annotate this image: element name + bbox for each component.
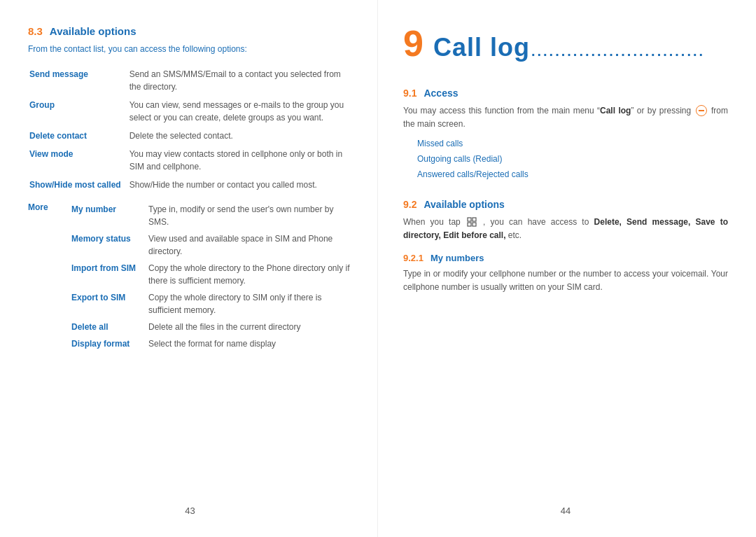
option-desc: You may view contacts stored in cellphon… [128,145,352,176]
option-label: Group [28,96,128,127]
section-9-2-body: When you tap , you can have access to De… [403,216,728,242]
section-8-3-number: 8.3 [28,25,43,37]
section-9-2-1-number: 9.2.1 [403,253,424,263]
section-9-1-header: 9.1 Access [403,88,728,99]
section-8-3-title: Available options [50,25,136,37]
option-label: View mode [28,145,128,176]
table-row: Show/Hide most calledShow/Hide the numbe… [28,176,352,194]
chapter-9-title: Call log............................. [433,33,705,62]
options-table: Send messageSend an SMS/MMS/Email to a c… [28,65,352,194]
section-9-1-title: Access [424,88,458,99]
sub-option-desc: Copy the whole directory to the Phone di… [147,260,352,289]
page-container: 8.3 Available options From the contact l… [0,0,756,537]
svg-rect-0 [468,218,471,221]
sub-option-label: Memory status [70,230,147,260]
section-9-2-header: 9.2 Available options [403,199,728,210]
sub-option-label: Display format [70,335,147,352]
right-page-number: 44 [403,498,728,516]
more-row: More My numberType in, modify or send th… [28,200,352,352]
table-row: Send messageSend an SMS/MMS/Email to a c… [28,65,352,96]
chapter-9-number: 9 [403,25,424,62]
more-label: More [28,200,70,212]
section-9-1-body: You may access this function from the ma… [403,104,728,131]
section-9-2-title: Available options [424,199,504,210]
section-9-2-number: 9.2 [403,199,416,210]
list-item: Missed calls [417,137,728,152]
section-9-2-1-body: Type in or modify your cellphone number … [403,267,728,294]
table-row: GroupYou can view, send messages or e-ma… [28,96,352,127]
sub-option-desc: Delete all the files in the current dire… [147,319,352,335]
option-desc: Show/Hide the number or contact you call… [128,176,352,194]
sub-option-desc: View used and available space in SIM and… [147,230,352,260]
sub-options-table: My numberType in, modify or send the use… [70,201,352,352]
list-item: Outgoing calls (Redial) [417,152,728,167]
table-row: My numberType in, modify or send the use… [70,201,352,230]
left-page: 8.3 Available options From the contact l… [0,0,378,537]
intro-text: From the contact list, you can access th… [28,43,352,55]
table-row: Export to SIMCopy the whole directory to… [70,289,352,319]
sub-option-desc: Copy the whole directory to SIM only if … [147,289,352,319]
sub-option-label: Delete all [70,319,147,335]
option-label: Show/Hide most called [28,176,128,194]
sub-option-desc: Type in, modify or send the user's own n… [147,201,352,230]
table-row: Memory statusView used and available spa… [70,230,352,260]
svg-rect-2 [468,223,471,226]
list-item: Answered calls/Rejected calls [417,167,728,183]
minus-button-icon [696,105,707,116]
table-row: View modeYou may view contacts stored in… [28,145,352,176]
sub-option-desc: Select the format for name display [147,335,352,352]
sub-option-label: My number [70,201,147,230]
option-desc: Send an SMS/MMS/Email to a contact you s… [128,65,352,96]
section-8-3-header: 8.3 Available options [28,25,352,37]
sub-option-label: Import from SIM [70,260,147,289]
svg-rect-3 [472,223,476,226]
grid-icon [467,217,477,227]
table-row: Delete allDelete all the files in the cu… [70,319,352,335]
left-page-number: 43 [28,498,352,516]
option-desc: Delete the selected contact. [128,127,352,145]
right-page: 9 Call log............................. … [378,0,756,537]
access-bullet-list: Missed callsOutgoing calls (Redial)Answe… [417,137,728,182]
sub-option-label: Export to SIM [70,289,147,319]
option-desc: You can view, send messages or e-mails t… [128,96,352,127]
table-row: Display formatSelect the format for name… [70,335,352,352]
option-label: Delete contact [28,127,128,145]
option-label: Send message [28,65,128,96]
svg-rect-1 [472,218,476,221]
section-9-2-1-title: My numbers [430,253,484,263]
chapter-9-header: 9 Call log............................. [403,25,728,62]
section-9-2-1-header: 9.2.1 My numbers [403,253,728,263]
table-row: Delete contactDelete the selected contac… [28,127,352,145]
table-row: Import from SIMCopy the whole directory … [70,260,352,289]
section-9-1-number: 9.1 [403,88,416,99]
